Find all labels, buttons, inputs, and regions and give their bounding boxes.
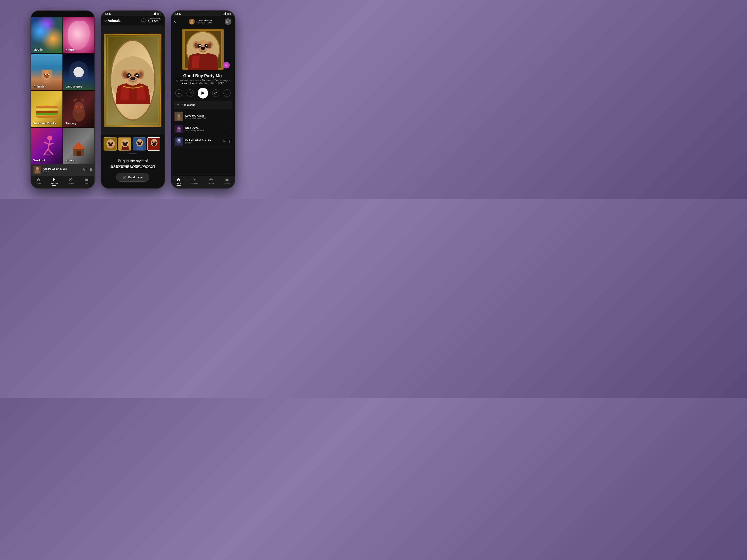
category-animals[interactable]: Animals	[31, 54, 62, 90]
phone3-samples-icon	[192, 178, 197, 182]
thumbnail-4[interactable]	[147, 137, 160, 151]
help-button[interactable]: ?	[141, 19, 146, 23]
category-humor[interactable]: Humor	[63, 128, 95, 164]
thumbnail-3[interactable]	[133, 137, 146, 151]
loading-indicator	[74, 67, 84, 77]
playlist-desc: My best boy loves to dance. These are hi…	[175, 79, 231, 85]
svg-point-45	[136, 75, 138, 76]
caption-style: a Medieval Gothic painting	[111, 164, 155, 168]
song-row-2[interactable]: DO 4 LOVE Snoh Aalegra • 3:09	[174, 123, 232, 135]
song-cast-icon[interactable]	[223, 139, 227, 143]
category-landscapes[interactable]: Landscapes	[63, 54, 95, 90]
song-list: Love You Again Chase Matthew • 2:54	[171, 109, 235, 176]
painting-inner	[106, 35, 160, 125]
svg-point-110	[178, 139, 180, 141]
play-button[interactable]	[198, 88, 208, 99]
svg-rect-118	[226, 180, 229, 181]
category-animals-label: Animals	[33, 85, 45, 88]
thumbnail-2[interactable]	[118, 137, 131, 151]
category-fantasy[interactable]: Fantasy	[63, 91, 95, 127]
pause-icon[interactable]	[90, 168, 92, 171]
phone-2: 12:30 Animals ? Save	[101, 10, 165, 189]
song-title-3: Call Me What You Like	[185, 139, 221, 142]
svg-point-7	[45, 74, 46, 75]
cast-icon[interactable]	[83, 168, 87, 172]
explore-icon	[69, 178, 73, 182]
add-song-row[interactable]: + Add a song	[174, 101, 232, 109]
phone3-nav-home[interactable]: Home	[176, 178, 181, 186]
edit-button[interactable]	[186, 89, 194, 97]
pug-frame	[110, 39, 156, 121]
svg-point-26	[35, 170, 40, 174]
phone-3: 12:30	[171, 10, 235, 189]
download-button[interactable]	[175, 89, 182, 97]
user-info: Travis Neilson 4.1K views • Public	[189, 19, 212, 25]
header-right: ? Save	[141, 18, 161, 23]
nav-home[interactable]: Home	[36, 178, 41, 186]
category-food[interactable]: Food and Drinks	[31, 91, 62, 127]
edit-art-button[interactable]: ✏	[223, 62, 230, 69]
phone3-nav-samples[interactable]: Samples	[191, 178, 198, 186]
nav-active-indicator	[52, 185, 56, 186]
svg-point-48	[130, 77, 135, 80]
song-more-icon-2	[231, 127, 231, 131]
svg-point-76	[124, 177, 124, 177]
svg-point-80	[125, 178, 126, 178]
phone3-nav-library[interactable]: Library	[224, 178, 230, 186]
svg-point-13	[80, 106, 82, 108]
phone3-time: 12:30	[175, 12, 181, 15]
svg-marker-29	[53, 178, 55, 181]
category-workout[interactable]: Workout	[31, 128, 62, 164]
song-more-2[interactable]	[231, 127, 231, 131]
more-vert-icon	[227, 91, 227, 95]
nav-samples[interactable]: Samples	[51, 178, 58, 186]
song-pause-icon[interactable]	[230, 140, 231, 143]
mini-player[interactable]: Call Me What You Like Lovejoy	[31, 164, 95, 176]
svg-line-17	[48, 149, 53, 155]
nav-explore-label: Explore	[68, 182, 74, 184]
thumbnail-strip	[101, 135, 164, 153]
phone1-content: Moods Nature	[31, 17, 95, 188]
phone3-nav-library-label: Library	[224, 182, 230, 184]
nav-explore[interactable]: Explore	[68, 178, 74, 186]
vol-up-btn[interactable]	[95, 48, 95, 56]
more-link[interactable]: MORE	[218, 82, 224, 84]
svg-point-51	[131, 78, 132, 79]
song-more-1[interactable]	[231, 115, 231, 119]
scroll-pill	[129, 154, 136, 154]
svg-point-14	[47, 136, 52, 141]
add-plus-icon: +	[177, 103, 179, 107]
user-avatar	[189, 19, 195, 25]
phone3-nav-explore[interactable]: Explore	[208, 178, 214, 186]
mini-controls	[83, 168, 92, 172]
main-image	[101, 25, 164, 135]
mini-title: Call Me What You Like	[43, 167, 81, 170]
vol-down-btn[interactable]	[95, 58, 95, 67]
share-button[interactable]	[212, 89, 219, 97]
song-meta-3: Lovejoy	[185, 142, 221, 144]
save-button[interactable]: Save	[148, 18, 161, 23]
thumbnail-1[interactable]	[104, 137, 117, 151]
song-title-2: DO 4 LOVE	[185, 127, 229, 129]
song-row[interactable]: Love You Again Chase Matthew • 2:54	[174, 111, 232, 123]
category-moods[interactable]: Moods	[31, 17, 62, 53]
svg-point-8	[48, 74, 49, 75]
category-nature[interactable]: Nature	[63, 17, 95, 53]
song-row-3[interactable]: Call Me What You Like Lovejoy	[174, 135, 232, 148]
more-options-button[interactable]	[224, 89, 231, 97]
song-info-3: Call Me What You Like Lovejoy	[185, 139, 221, 144]
status-icons	[153, 12, 160, 15]
randomize-button[interactable]: Randomize	[116, 173, 150, 182]
nav-library[interactable]: Library	[84, 178, 89, 186]
phone2-time: 12:30	[105, 12, 111, 15]
categories-grid: Moods Nature	[31, 17, 95, 164]
svg-point-12	[76, 106, 77, 108]
svg-point-78	[124, 177, 125, 178]
user-meta: 4.1K views • Public	[196, 22, 212, 24]
back-button[interactable]	[175, 20, 176, 23]
song-meta-1: Chase Matthew • 2:54	[185, 117, 229, 119]
home-icon	[36, 178, 41, 182]
svg-rect-33	[85, 179, 88, 180]
painting-bg	[104, 34, 161, 127]
cast-button[interactable]	[225, 18, 231, 25]
